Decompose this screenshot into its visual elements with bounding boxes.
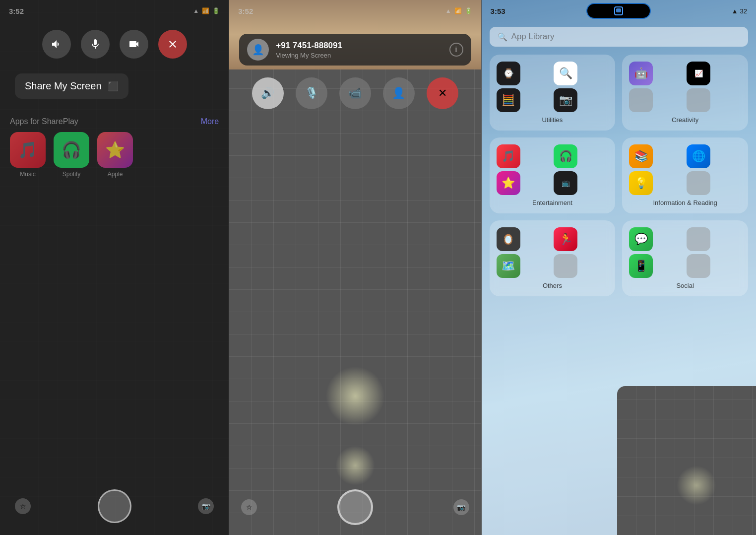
panel2-bottom-bar: ☆ 📷: [229, 489, 481, 525]
share-my-screen-button[interactable]: Share My Screen ⬛: [15, 73, 128, 99]
end-call-button[interactable]: [158, 30, 187, 59]
caller-info: +91 7451-888091 Viewing My Screen: [276, 41, 442, 59]
search-placeholder: App Library: [511, 32, 555, 42]
maps-icon: 🗺️: [497, 254, 520, 278]
creativity-folder[interactable]: 🤖 📈 Creativity: [622, 55, 748, 131]
music-app-item[interactable]: 🎵 Music: [10, 132, 46, 178]
social-icon-4: [687, 254, 710, 278]
app-library-grid: ⌚ 🔍 🧮 📷 Utilities 🤖 📈 Creativity 🎵 🎧 ⭐: [490, 55, 748, 296]
creativity-label: Creativity: [629, 116, 741, 124]
creative-app-icon-4: [687, 88, 710, 112]
glow-effect-bottom: [335, 446, 375, 485]
mute-button[interactable]: [81, 30, 110, 59]
panel2-status-icons: ▲ 📶 🔋: [445, 7, 472, 14]
search-icon: 🔍: [498, 32, 507, 42]
spotify-app-label: Spotify: [63, 171, 81, 178]
camera-flip-icon[interactable]: 📷: [198, 498, 214, 514]
shareplay-header: Apps for SharePlay More: [10, 117, 219, 126]
magnifier-app-icon: 🔍: [554, 62, 577, 85]
info-reading-folder-icons: 📚 🌐 💡: [629, 144, 741, 195]
close-ft-button[interactable]: ✕: [427, 77, 458, 109]
mic-ft-button[interactable]: 🎙️: [296, 77, 327, 109]
apple-app-icon: ⭐: [97, 132, 133, 168]
video-ft-button[interactable]: 📹: [339, 77, 371, 109]
caller-info-bar: 👤 +91 7451-888091 Viewing My Screen i: [239, 34, 471, 66]
utilities-folder[interactable]: ⌚ 🔍 🧮 📷 Utilities: [490, 55, 616, 131]
creative-app-icon-3: [629, 88, 653, 112]
facetime-icon: 📱: [629, 254, 653, 278]
others-label: Others: [497, 282, 609, 289]
shutter-button[interactable]: [98, 489, 131, 523]
signal-icon-p2: 📶: [454, 7, 462, 14]
shareplay-section: Apps for SharePlay More 🎵 Music 🎧 Spotif…: [10, 117, 219, 178]
messages-icon: 💬: [629, 227, 653, 251]
battery-p3: 32: [740, 7, 747, 15]
speaker-ft-button[interactable]: 🔊: [252, 77, 284, 109]
battery-icon-p2: 🔋: [465, 7, 472, 14]
shareplay-title: Apps for SharePlay: [10, 117, 78, 126]
music-app-icon: 🎵: [10, 132, 46, 168]
info-reading-label: Information & Reading: [629, 199, 741, 206]
battery-icon: 🔋: [212, 7, 220, 14]
p2-camera-icon[interactable]: 📷: [453, 499, 469, 515]
screen-share-ft-button[interactable]: 👤: [383, 77, 415, 109]
p2-shutter-button[interactable]: [337, 489, 373, 525]
panel3-time: 3:53: [491, 7, 505, 15]
facetime-controls: 🔊 🎙️ 📹 👤 ✕: [229, 77, 481, 109]
stocks-app-icon: 📈: [687, 62, 710, 85]
thumbnail-overlay: [617, 386, 756, 535]
utilities-folder-icons: ⌚ 🔍 🧮 📷: [497, 62, 609, 112]
svg-rect-0: [616, 8, 621, 12]
camera-app-icon: 📷: [554, 88, 577, 112]
wifi-icon-p2: ▲: [445, 7, 451, 14]
spotify-ent-icon: 🎧: [554, 144, 577, 168]
apple-app-label: Apple: [108, 171, 123, 178]
information-reading-folder[interactable]: 📚 🌐 💡 Information & Reading: [622, 137, 748, 213]
caller-avatar: 👤: [247, 39, 269, 61]
translate-icon: 🌐: [687, 144, 710, 168]
app-library-search-bar[interactable]: 🔍 App Library: [490, 27, 748, 47]
shareplay-apps-list: 🎵 Music 🎧 Spotify ⭐ Apple: [10, 132, 219, 178]
p2-star-icon[interactable]: ☆: [241, 499, 257, 515]
entertainment-folder-icons: 🎵 🎧 ⭐ 📺: [497, 144, 609, 195]
star-icon[interactable]: ☆: [15, 498, 31, 514]
video-button[interactable]: [120, 30, 148, 59]
panel3-status-bar: 3:53 ▲ 32: [482, 0, 756, 22]
social-folder[interactable]: 💬 📱 Social: [622, 220, 748, 296]
panel-share-my-screen: 3:52 ▲ 📶 🔋 Share My Screen ⬛ Apps for Sh…: [0, 0, 229, 535]
entertainment-folder[interactable]: 🎵 🎧 ⭐ 📺 Entertainment: [490, 137, 616, 213]
music-ent-icon: 🎵: [497, 144, 520, 168]
books-icon: 📚: [629, 144, 653, 168]
panel1-status-bar: 3:52 ▲ 📶 🔋: [0, 0, 229, 22]
panel1-call-controls: [0, 30, 229, 59]
wifi-icon: ▲: [193, 7, 199, 14]
panel1-capture-bar: ☆ 📷: [0, 489, 229, 523]
social-label: Social: [629, 282, 741, 289]
panel2-time: 3:52: [238, 7, 253, 15]
social-icon-2: [687, 227, 710, 251]
caller-status: Viewing My Screen: [276, 52, 442, 59]
apple-app-item[interactable]: ⭐ Apple: [97, 132, 133, 178]
creativity-folder-icons: 🤖 📈: [629, 62, 741, 112]
info-icon-4: [687, 171, 710, 195]
entertainment-label: Entertainment: [497, 199, 609, 206]
appletv-icon: 📺: [554, 171, 577, 195]
dynamic-island: [586, 3, 651, 19]
others-folder-icons: 🪞 🏃 🗺️: [497, 227, 609, 278]
shareplay-more-button[interactable]: More: [201, 117, 219, 126]
info-button[interactable]: i: [449, 43, 463, 57]
music-app-label: Music: [20, 171, 35, 178]
panel2-status-bar: 3:52 ▲ 📶 🔋: [229, 0, 481, 22]
caller-number: +91 7451-888091: [276, 41, 442, 51]
spotify-app-item[interactable]: 🎧 Spotify: [54, 132, 89, 178]
others-folder[interactable]: 🪞 🏃 🗺️ Others: [490, 220, 616, 296]
ai-app-icon: 🤖: [629, 62, 653, 85]
panel1-time: 3:52: [9, 7, 24, 15]
wifi-icon-p3: ▲: [732, 7, 738, 15]
speaker-button[interactable]: [42, 30, 71, 59]
panel3-status-icons: ▲ 32: [732, 7, 747, 15]
signal-icon: 📶: [202, 7, 209, 14]
share-screen-label: Share My Screen: [25, 80, 102, 92]
mirror-icon: 🪞: [497, 227, 520, 251]
fitness-icon: 🏃: [554, 227, 577, 251]
